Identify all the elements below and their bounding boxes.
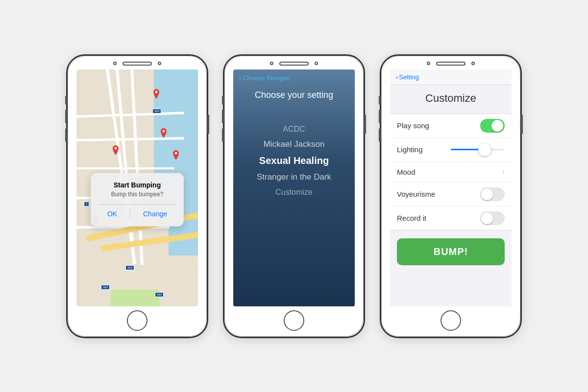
start-bumping-dialog: Start Bumping Bump this bumpee? OK Chang…: [91, 173, 184, 226]
camera-row-2: [270, 62, 318, 66]
svg-point-2: [163, 130, 165, 132]
map-pin-3[interactable]: [160, 128, 168, 138]
map-pin-1[interactable]: [152, 89, 160, 99]
map-screen: 400 1 400 495 495 Start Bumping Bump thi…: [76, 69, 198, 306]
back-label-cust: Setting: [399, 73, 418, 81]
customize-title-area: Customize: [390, 85, 512, 110]
road-horiz-3: [76, 167, 174, 169]
volume-up-button-2[interactable]: [222, 110, 224, 123]
home-button[interactable]: [127, 310, 147, 331]
play-song-row: Play song: [390, 114, 512, 138]
volume-down-button[interactable]: [65, 128, 67, 142]
phone-bottom: [127, 310, 147, 337]
highway-label-1: 1: [84, 202, 89, 207]
map-pin-4[interactable]: [172, 150, 180, 160]
play-song-label: Play song: [397, 121, 429, 130]
slider-thumb: [478, 143, 491, 156]
chevron-right-icon: ›: [502, 167, 505, 176]
choose-item-sexual-healing[interactable]: Sexual Healing: [259, 155, 329, 166]
speaker-grille: [122, 62, 152, 66]
voyeurisme-row: Voyeurisme: [390, 183, 512, 207]
phone-choose: ‹ Choose Bumpee Choose your setting ACDC…: [223, 54, 365, 338]
map-pin-2[interactable]: [112, 145, 120, 155]
dialog-buttons: OK Change: [98, 208, 176, 218]
back-button-choose[interactable]: ‹ Choose Bumpee: [239, 74, 291, 82]
choose-item-acdc[interactable]: ACDC: [283, 125, 305, 134]
record-it-label: Record it: [397, 214, 426, 222]
choose-item-stranger[interactable]: Stranger in the Dark: [257, 172, 331, 182]
choose-screen: ‹ Choose Bumpee Choose your setting ACDC…: [233, 69, 355, 306]
highway-label-400: 400: [152, 109, 161, 114]
volume-up-button-3[interactable]: [379, 110, 381, 123]
mute-button-2[interactable]: [222, 96, 224, 105]
mute-button[interactable]: [65, 96, 67, 105]
choose-nav: ‹ Choose Bumpee: [233, 69, 355, 82]
record-it-toggle[interactable]: [480, 211, 505, 225]
speaker-grille-3: [436, 62, 466, 66]
phone-top-2: [224, 56, 364, 66]
lighting-label: Lighting: [397, 145, 423, 154]
back-chevron-icon: ‹: [239, 74, 242, 82]
phone-bottom-2: [284, 310, 304, 337]
dialog-divider: [98, 204, 176, 205]
toggle-knob-voyeurisme: [481, 188, 493, 200]
svg-point-3: [175, 152, 177, 154]
dialog-subtitle: Bump this bumpee?: [98, 190, 176, 197]
map-view: 400 1 400 495 495 Start Bumping Bump thi…: [76, 69, 198, 306]
home-button-2[interactable]: [284, 310, 304, 331]
change-button[interactable]: Change: [138, 208, 172, 218]
svg-point-0: [155, 91, 158, 93]
mood-row[interactable]: Mood ›: [390, 162, 512, 183]
dialog-title: Start Bumping: [98, 181, 176, 188]
voyeurisme-label: Voyeurisme: [397, 190, 435, 198]
choose-list: ACDC Mickael Jackson Sexual Healing Stra…: [257, 125, 331, 197]
camera-row: [113, 62, 161, 66]
customize-view: ‹ Setting Customize Play song: [390, 69, 512, 306]
volume-up-button[interactable]: [65, 110, 67, 123]
sensor-dot: [158, 62, 161, 65]
back-button-cust[interactable]: ‹ Setting: [396, 73, 419, 81]
volume-down-button-3[interactable]: [379, 128, 381, 142]
phone-bottom-3: [441, 310, 461, 337]
ok-button[interactable]: OK: [102, 208, 122, 218]
home-button-3[interactable]: [441, 310, 461, 331]
camera-dot-3: [427, 62, 430, 65]
play-song-toggle[interactable]: [480, 119, 505, 133]
highway-label-495a: 495: [101, 285, 110, 290]
record-it-row: Record it: [390, 207, 512, 230]
customize-screen: ‹ Setting Customize Play song: [390, 69, 512, 306]
phones-container: 400 1 400 495 495 Start Bumping Bump thi…: [66, 54, 522, 338]
lighting-slider[interactable]: [451, 143, 505, 157]
phone-customize: ‹ Setting Customize Play song: [380, 54, 522, 338]
power-button-2[interactable]: [364, 115, 366, 134]
sensor-dot-3: [471, 62, 475, 65]
svg-point-1: [115, 147, 117, 149]
customize-title: Customize: [390, 92, 512, 105]
mute-button-3[interactable]: [379, 96, 381, 105]
phone-top-3: [381, 56, 520, 66]
choose-item-jackson[interactable]: Mickael Jackson: [264, 139, 325, 149]
mood-label: Mood: [397, 168, 416, 176]
customize-nav: ‹ Setting: [390, 69, 512, 85]
choose-view: ‹ Choose Bumpee Choose your setting ACDC…: [233, 69, 355, 306]
phone-map: 400 1 400 495 495 Start Bumping Bump thi…: [66, 54, 208, 338]
camera-dot: [113, 62, 117, 65]
power-button[interactable]: [207, 115, 209, 134]
phone-top: [68, 56, 207, 66]
power-button-3[interactable]: [521, 115, 523, 134]
highway-label-495b: 495: [155, 292, 164, 297]
back-label-choose: Choose Bumpee: [243, 74, 291, 82]
toggle-knob-play-song: [491, 120, 503, 132]
choose-item-customize[interactable]: Customize: [275, 188, 313, 197]
speaker-grille-2: [279, 62, 309, 66]
highway-label-400b: 400: [125, 265, 134, 270]
back-chevron-icon-cust: ‹: [396, 73, 398, 81]
choose-screen-title: Choose your setting: [233, 90, 355, 100]
camera-row-3: [427, 62, 475, 66]
voyeurisme-toggle[interactable]: [480, 187, 505, 201]
camera-dot-2: [270, 62, 273, 65]
sensor-dot-2: [315, 62, 318, 65]
slider-track: [451, 149, 505, 150]
volume-down-button-2[interactable]: [222, 128, 224, 142]
bump-button[interactable]: BUMP!: [397, 238, 505, 265]
